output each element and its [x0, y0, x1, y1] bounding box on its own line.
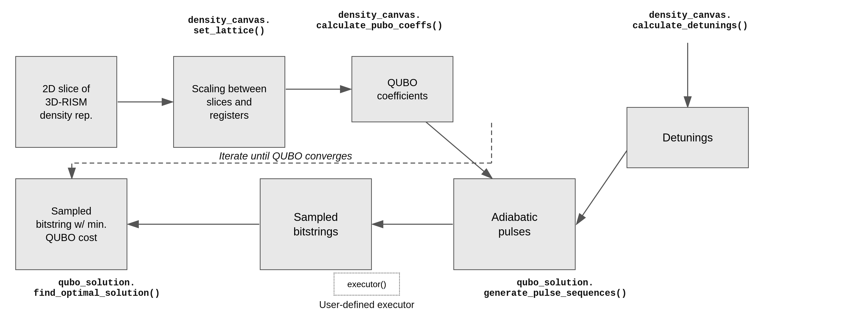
- code-label-find-optimal: qubo_solution.find_optimal_solution(): [26, 278, 168, 299]
- box-scaling: Scaling betweenslices andregisters: [173, 56, 285, 148]
- svg-line-6: [577, 150, 627, 224]
- box-2d-slice: 2D slice of3D-RISMdensity rep.: [15, 56, 117, 148]
- code-label-calc-pubo: density_canvas.calculate_pubo_coeffs(): [293, 10, 466, 31]
- box-qubo: QUBOcoefficients: [351, 56, 453, 122]
- code-label-set-lattice: density_canvas.set_lattice(): [173, 15, 285, 36]
- code-label-calc-detunings: density_canvas.calculate_detunings(): [619, 10, 762, 31]
- box-sampled-bitstrings: Sampledbitstrings: [260, 178, 372, 270]
- diagram-container: 2D slice of3D-RISMdensity rep. Scaling b…: [0, 0, 868, 319]
- label-iterate: Iterate until QUBO converges: [219, 150, 352, 162]
- box-executor: executor(): [334, 272, 400, 295]
- box-sampled-min: Sampledbitstring w/ min.QUBO cost: [15, 178, 127, 270]
- box-adiabatic: Adiabaticpulses: [453, 178, 576, 270]
- box-detunings: Detunings: [626, 107, 749, 168]
- label-user-defined: User-defined executor: [293, 299, 441, 310]
- code-label-generate-pulse: qubo_solution.generate_pulse_sequences(): [469, 278, 642, 299]
